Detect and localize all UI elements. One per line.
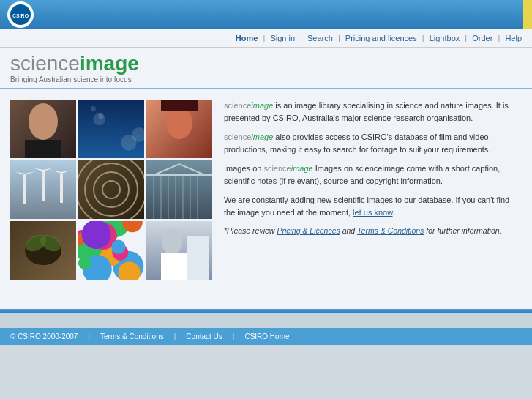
nav-sep-2: | [300,34,304,42]
brand-image-2: image [251,133,273,141]
nav-sep-4: | [422,34,427,42]
caption-text: Images on scienceimage Images on science… [224,164,500,185]
footer: © CSIRO 2000-2007 | Terms & Conditions |… [0,328,532,345]
grid-image-6 [146,160,212,219]
brand-science-1: science [224,101,251,110]
nav-help[interactable]: Help [505,34,522,42]
top-yellow-accent [523,0,532,29]
grid-image-8 [78,221,144,280]
site-title: scienceimage [10,53,522,74]
footer-sep-2: | [174,332,176,340]
nav-pricing[interactable]: Pricing and licences [345,34,417,42]
grid-image-4 [10,160,76,219]
nav-lightbox[interactable]: Lightbox [430,34,460,42]
nav-sep-5: | [465,34,469,42]
svg-text:CSIRO: CSIRO [12,13,29,18]
main-content: scienceimage is an image library special… [0,89,532,309]
footer-sep-1: | [88,332,90,340]
footer-csiro-link[interactable]: CSIRO Home [244,332,289,340]
nav-sep-1: | [263,34,267,42]
grid-image-5 [78,160,144,219]
grid-image-3 [146,100,212,158]
csiro-logo: CSIRO [7,1,34,28]
footer-terms-link[interactable]: Terms & Conditions [100,332,164,340]
nav-sep-6: | [498,34,502,42]
grid-image-2 [78,100,144,158]
mid-spacer [0,313,532,328]
terms-link[interactable]: Terms & Conditions [357,226,424,235]
nav-home[interactable]: Home [236,34,258,42]
adding-text: We are constantly adding new scientific … [224,195,509,217]
review-note: *Please review Pricing & Licences and Te… [224,225,522,237]
nav-order[interactable]: Order [472,34,492,42]
nav-search[interactable]: Search [307,34,333,42]
brand-science-2: science [224,133,251,141]
top-bar: CSIRO [0,0,532,29]
let-us-know-link[interactable]: let us know [353,208,392,217]
adding-para: We are constantly adding new scientific … [224,194,522,218]
grid-image-9 [146,221,212,280]
site-tagline: Bringing Australian science into focus [10,75,522,83]
video-para: scienceimage also provides access to CSI… [224,131,522,155]
grid-image-1 [10,100,76,158]
image-grid [10,100,212,299]
caption-para: Images on scienceimage Images on science… [224,163,522,187]
footer-contact-link[interactable]: Contact Us [186,332,222,340]
site-title-image: image [80,52,139,75]
site-title-science: science [10,52,80,75]
grid-image-7 [10,221,76,280]
header: scienceimage Bringing Australian science… [0,48,532,89]
footer-sep-3: | [233,332,235,340]
copyright-text: © CSIRO 2000-2007 [10,332,78,340]
intro-para: scienceimage is an image library special… [224,100,522,124]
nav-bar: Home | Sign in | Search | Pricing and li… [0,29,532,48]
pricing-link[interactable]: Pricing & Licences [277,226,340,235]
brand-image-1: image [251,101,273,110]
nav-signin[interactable]: Sign in [270,34,295,42]
text-content: scienceimage is an image library special… [224,100,522,299]
nav-sep-3: | [338,34,342,42]
